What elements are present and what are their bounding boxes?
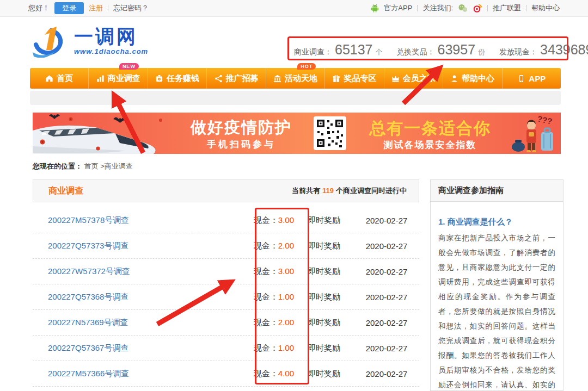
stat-value: 65137 [335,42,373,58]
cash-label: 现金： [254,266,278,276]
survey-panel: 商业调查 当前共有119个商业调查同时进行中 200227M57378号调查 现… [33,179,419,387]
nav-label: 活动天地 [285,73,317,84]
register-link[interactable]: 注册 [89,3,103,13]
gift-icon [332,75,340,83]
stat-unit: 个 [376,47,383,57]
nav-item-app[interactable]: APP [502,68,561,89]
nav-item-business-survey[interactable]: 商业调查 NEW [88,68,147,89]
nav-label: 商业调查 [108,73,140,84]
stat-label: 商业调查： [294,47,332,57]
nav-label: 首页 [57,73,73,84]
survey-link[interactable]: 200227Q57368号调查 [33,292,199,302]
home-icon [45,75,53,83]
breadcrumb-current[interactable]: 商业调查 [105,162,133,170]
cash-value: 1.00 [278,343,294,352]
divider [108,5,108,11]
nav-item-members[interactable]: 会员之家 [384,68,443,89]
cash-value: 3.00 [278,215,294,225]
survey-list: 200227M57378号调查 现金：3.00 即时奖励 2020-02-27 … [33,202,419,387]
cash-label: 现金： [254,318,278,327]
guide-panel-title: 商业调查参加指南 [431,180,563,202]
nav-label: APP [529,74,546,83]
promo-alliance-link[interactable]: 推广联盟 [493,3,521,13]
cash-cell: 现金：1.00 [199,343,294,353]
cash-value: 4.00 [278,369,294,378]
official-app-link[interactable]: 官方APP [384,3,412,13]
help-center-link[interactable]: 帮助中心 [531,3,560,13]
nav-label: 帮助中心 [462,73,494,84]
survey-row: 200227M57366号调查 现金：4.00 即时奖励 2020-02-27 [33,361,419,387]
nav-item-prizes[interactable]: 奖品专区 [324,68,383,89]
site-name: 一调网 [74,27,148,46]
survey-link[interactable]: 200227Q57373号调查 [33,241,199,251]
stat-prizes: 兑换奖品： 63957 份 [397,42,486,58]
cash-label: 现金： [254,369,278,378]
survey-link[interactable]: 200227W57372号调查 [33,266,199,277]
survey-row: 200227W57372号调查 现金：3.00 即时奖励 2020-02-27 [33,259,419,284]
cash-value: 2.00 [278,241,294,250]
site-stats: 商业调查： 65137 个 兑换奖品： 63957 份 发放现金： 343968… [294,42,588,58]
nav-item-activities[interactable]: 活动天地 HOT [266,68,324,89]
stat-surveys: 商业调查： 65137 个 [294,42,383,58]
reward-cell: 即时奖励 [294,343,354,353]
count-prefix: 当前共有 [292,187,320,195]
nav-item-promotion[interactable]: 推广招募 [206,68,265,89]
weibo-icon[interactable] [473,4,482,13]
breadcrumb-prefix: 您现在的位置： [33,162,82,170]
nav-item-tasks[interactable]: 任务赚钱 [148,68,206,89]
divider [526,5,526,11]
date-cell: 2020-02-27 [354,267,419,276]
person-icon [450,75,458,83]
wechat-icon[interactable] [458,4,468,13]
cash-value: 3.00 [278,266,294,276]
stat-label: 兑换奖品： [397,47,435,57]
guide-panel: 商业调查参加指南 1. 商业调查是什么？ 商家在把新产品投入市场之前，一般会先做… [430,179,564,391]
android-icon [371,4,379,13]
nav-item-home[interactable]: 首页 [30,68,88,89]
stat-label: 发放现金： [499,47,537,57]
stat-cash: 发放现金： 34396893 元 [499,42,588,58]
cash-value: 1.00 [278,292,294,301]
promo-banner[interactable]: 做好疫情防护 手机扫码参与 总有一条适合你 测试各场景安全指数 ??? [33,113,561,154]
breadcrumb: 您现在的位置： 首页 >商业调查 [33,162,133,171]
divider [487,5,488,11]
survey-link[interactable]: 200227M57366号调查 [33,369,199,379]
nav-item-help[interactable]: 帮助中心 [443,68,501,89]
survey-row: 200227N57369号调查 现金：2.00 即时奖励 2020-02-27 [33,310,419,336]
nav-label: 会员之家 [403,73,436,84]
cash-value: 2.00 [278,318,294,327]
guide-panel-body: 1. 商业调查是什么？ 商家在把新产品投入市场之前，一般会先做市场调查，了解消费… [431,202,563,391]
stat-unit: 份 [478,47,485,57]
breadcrumb-home-link[interactable]: 首页 [84,162,99,170]
reward-cell: 即时奖励 [294,292,354,302]
date-cell: 2020-02-27 [354,216,419,225]
survey-link[interactable]: 200227N57369号调查 [33,318,199,328]
count-suffix: 个商业调查同时进行中 [336,187,407,195]
nav-label: 推广招募 [226,73,259,84]
qr-code [314,116,346,152]
survey-link[interactable]: 200227Q57367号调查 [33,343,199,353]
date-cell: 2020-02-27 [354,293,419,302]
cash-cell: 现金：3.00 [199,266,294,277]
survey-link[interactable]: 200227M57378号调查 [33,215,199,226]
login-button[interactable]: 登录 [54,2,84,14]
topbar: 您好！ 登录 注册 忘记密码？ 官方APP 关注我们: 推广联盟 帮助中心 [0,0,588,17]
cash-cell: 现金：1.00 [199,292,294,302]
cash-label: 现金： [254,215,278,225]
guide-question-1[interactable]: 1. 商业调查是什么？ [438,217,555,227]
hot-badge: HOT [297,63,316,70]
cash-label: 现金： [254,343,278,352]
survey-count: 当前共有119个商业调查同时进行中 [292,186,407,196]
stat-value: 34396893 [540,42,588,58]
nav-label: 奖品专区 [344,73,376,84]
reward-cell: 即时奖励 [294,369,354,379]
share-icon [215,75,223,83]
site-logo[interactable]: 一调网 www.1diaocha.com [28,25,148,60]
money-safe-icon [155,75,163,83]
pavilion-icon [273,75,281,83]
banner-headline: 总有一条适合你 [353,117,507,140]
survey-row: 200227Q57373号调查 现金：2.00 即时奖励 2020-02-27 [33,233,419,259]
cash-cell: 现金：4.00 [199,369,294,379]
survey-row: 200227M57378号调查 现金：3.00 即时奖励 2020-02-27 [33,208,419,233]
forgot-password-link[interactable]: 忘记密码？ [113,3,149,13]
